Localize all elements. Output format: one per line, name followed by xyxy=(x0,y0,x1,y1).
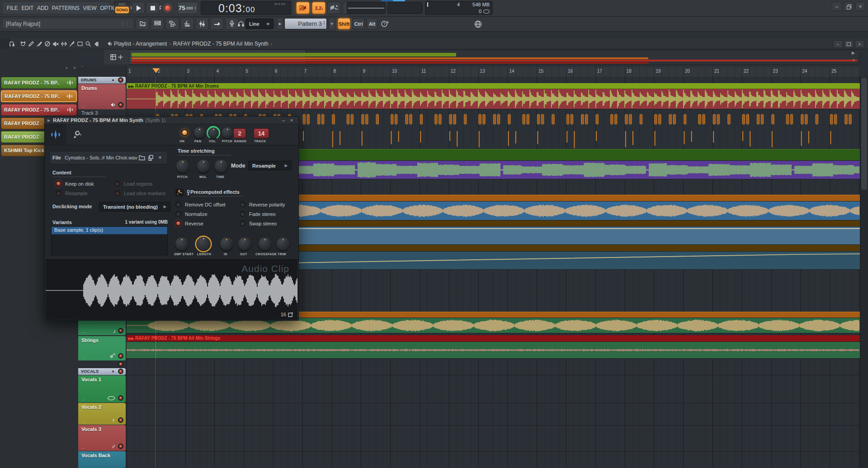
mixer-button[interactable] xyxy=(195,18,209,30)
playlist-view-buttons[interactable] xyxy=(104,50,129,65)
sample-start-knob[interactable] xyxy=(175,238,188,250)
preview-headphones-icon[interactable] xyxy=(237,20,245,28)
record-button[interactable] xyxy=(161,2,174,14)
track-group-vocals[interactable]: VOCALS ▲ xyxy=(78,368,126,375)
channel-minimize-button[interactable]: – xyxy=(279,117,288,123)
loop-length-value[interactable]: 16 xyxy=(281,312,286,317)
volume-knob[interactable] xyxy=(208,127,219,138)
arrangement-speaker-icon[interactable] xyxy=(106,40,114,47)
pan-knob[interactable] xyxy=(194,127,205,138)
toggle-reverse-polarity[interactable]: Reverse polarity xyxy=(240,200,294,209)
detect-tempo-icon[interactable] xyxy=(146,155,156,161)
collapsed-track-row[interactable] xyxy=(78,361,126,368)
playlist-close-button[interactable]: × xyxy=(855,40,864,48)
clear-sample-icon[interactable]: × xyxy=(156,154,165,161)
strings-audio-clip[interactable] xyxy=(127,342,860,359)
out-knob[interactable] xyxy=(238,238,251,250)
app-minimize-button[interactable]: – xyxy=(832,2,842,11)
clip-picker-item[interactable]: RAFAY PRODZ - 75 BP.. xyxy=(1,77,77,89)
playlist-overview-scrollbar[interactable] xyxy=(129,50,860,65)
toggle-load-slice-markers[interactable]: Load slice markers xyxy=(114,188,169,198)
pattern-spinner[interactable]: ▲▼ xyxy=(323,20,326,25)
playlist-maximize-button[interactable] xyxy=(844,40,854,48)
time-display[interactable]: 0:03:00 M:S:CS xyxy=(201,1,291,15)
tempo-display[interactable]: 75 .000 ▲▼ xyxy=(177,2,198,14)
pattern-add-button[interactable]: + xyxy=(328,18,335,30)
pat-label[interactable]: PAT xyxy=(114,2,130,6)
tempo-tap-button[interactable] xyxy=(210,18,224,30)
track-routing-value[interactable]: 14 xyxy=(254,128,269,138)
collapse-arrow-icon[interactable]: ▲ xyxy=(111,369,115,373)
pat-song-toggle[interactable]: PAT SONG xyxy=(114,1,130,15)
sample-preview-area[interactable]: Audio Clip 16 xyxy=(46,259,297,320)
drums-audio-clip[interactable] xyxy=(127,89,860,109)
toggle-keep-on-disk[interactable]: Keep on disk xyxy=(56,179,109,188)
track-strings[interactable]: Strings ... xyxy=(78,336,126,360)
toggle-resample[interactable]: Resample xyxy=(56,188,109,198)
crossfade-knob[interactable] xyxy=(259,238,271,250)
delete-tool-icon[interactable] xyxy=(43,40,52,47)
channel-menu-arrow-icon[interactable]: ▶ xyxy=(47,118,50,122)
magnet-snap-icon[interactable] xyxy=(19,40,27,47)
playback-tool-icon[interactable] xyxy=(92,40,100,47)
sample-edit-wrench-icon[interactable] xyxy=(175,189,184,196)
metronome-button[interactable] xyxy=(296,2,310,14)
record-arm-dot[interactable] xyxy=(118,395,123,401)
track-vocals-3[interactable]: Vocals 3 ... ♂ xyxy=(78,425,126,451)
timeline-ruler[interactable]: 1234567891011121314151617181920212223242… xyxy=(127,67,860,77)
piano-roll-button[interactable] xyxy=(180,18,194,30)
channel-rack-button[interactable] xyxy=(151,18,164,30)
alt-mod-button[interactable]: Alt xyxy=(367,18,377,29)
stretch-time-knob[interactable] xyxy=(215,160,227,173)
wait-for-input-button[interactable] xyxy=(327,2,341,14)
toggle-remove-dc-offset[interactable]: Remove DC offset xyxy=(175,200,234,209)
tab-sample[interactable] xyxy=(45,124,66,145)
track-group-drums[interactable]: DRUMS ▲ xyxy=(78,77,126,84)
sample-file-row[interactable]: File Cymatics - Sols..# Min Choir.wav × xyxy=(49,151,168,164)
trim-knob[interactable] xyxy=(277,238,289,250)
record-arm-dot[interactable] xyxy=(118,77,123,83)
record-arm-dot[interactable] xyxy=(118,417,123,423)
play-button[interactable] xyxy=(132,2,145,14)
collapse-arrow-icon[interactable]: ▲ xyxy=(111,78,115,82)
scrollbar-handle[interactable] xyxy=(861,78,867,190)
mute-tool-icon[interactable] xyxy=(52,40,60,47)
playlist-titlebar[interactable]: ▶ xyxy=(0,39,868,49)
pitch-range-value[interactable]: 2 xyxy=(233,128,246,138)
record-arm-dot[interactable] xyxy=(118,444,123,449)
record-arm-dot[interactable] xyxy=(118,361,123,367)
playlist-button[interactable] xyxy=(165,18,179,30)
pattern-selector[interactable]: Pattern 3 ▲▼ xyxy=(284,18,327,29)
record-arm-dot[interactable] xyxy=(118,353,123,359)
declicking-dropdown[interactable]: Transient (no bleeding) ▶ xyxy=(99,202,170,211)
record-arm-dot[interactable] xyxy=(118,369,123,374)
menu-add[interactable]: ADD xyxy=(35,5,50,11)
channel-settings-window[interactable]: ▶ RAFAY PRODZ - 75 BPM A# Min Synth (Syn… xyxy=(44,116,299,321)
playlist-title[interactable]: Playlist - Arrangement xyxy=(114,41,167,47)
playlist-minimize-button[interactable]: – xyxy=(833,40,843,48)
playlist-vertical-scrollbar[interactable] xyxy=(860,77,868,468)
track-drums[interactable]: Drums ... xyxy=(78,84,126,109)
toggle-fade-stereo[interactable]: Fade stereo xyxy=(240,209,294,219)
pencil-tool-icon[interactable] xyxy=(27,40,35,47)
picker-clone-icon[interactable]: × xyxy=(73,66,76,70)
select-tool-icon[interactable] xyxy=(76,40,84,47)
stretch-mul-knob[interactable] xyxy=(197,160,210,173)
length-knob[interactable] xyxy=(196,237,211,251)
channel-window-titlebar[interactable]: ▶ RAFAY PRODZ - 75 BPM A# Min Synth (Syn… xyxy=(45,117,298,124)
stretch-mode-dropdown[interactable]: Resample ▶ xyxy=(248,161,292,170)
drums-clip-header[interactable]: ▶▶ RAFAY PRODZ - 75 BPM A# Min Drums xyxy=(127,83,860,89)
channel-on-led[interactable] xyxy=(181,129,188,136)
song-label[interactable]: SONG xyxy=(115,7,129,13)
open-folder-icon[interactable] xyxy=(137,155,146,160)
variants-list[interactable]: Base sample, 1 clip(s) xyxy=(51,226,168,255)
online-globe-icon[interactable] xyxy=(473,19,483,28)
playlist-right-buttons[interactable]: ▶＋ xyxy=(852,51,856,63)
clip-picker-item[interactable]: RAFAY PRODZ - 75 BP.. xyxy=(1,104,77,116)
menu-patterns[interactable]: PATTERNS xyxy=(50,5,81,11)
paint-tool-icon[interactable] xyxy=(35,40,43,47)
toggle-normalize[interactable]: Normalize xyxy=(175,209,234,219)
app-restore-button[interactable] xyxy=(844,2,854,11)
in-knob[interactable] xyxy=(220,238,233,250)
record-arm-dot[interactable] xyxy=(118,328,123,333)
